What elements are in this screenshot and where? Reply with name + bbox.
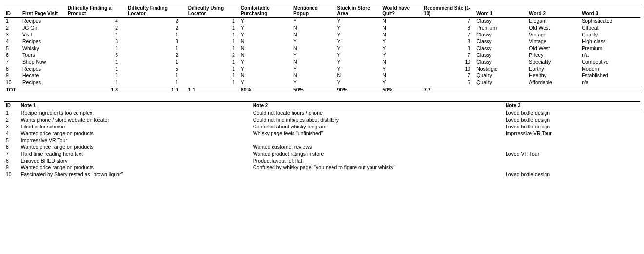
cell-word2: Speciality <box>527 58 580 65</box>
cell-word1: Classy <box>474 18 527 25</box>
cell-comfortable: N <box>239 52 292 58</box>
notes-cell-note2: Wanted customer reviews <box>251 144 504 150</box>
cell-word1: Classy <box>474 52 527 58</box>
total-word3 <box>580 86 640 93</box>
cell-word1: Classy <box>474 31 527 38</box>
cell-recommend: 7 <box>422 52 474 58</box>
cell-diff-prod: 1 <box>66 79 126 86</box>
notes-cell-id: 2 <box>4 116 19 123</box>
col-header-word1: Word 1 <box>474 4 527 18</box>
cell-fpv: Shop Now <box>20 58 66 65</box>
notes-table-row: 2 Wants phone / store website on locator… <box>4 116 640 123</box>
notes-cell-note2: Wanted product ratings in store <box>251 150 504 157</box>
cell-mentioned: Y <box>292 79 335 86</box>
col-header-recommend: Recommend Site (1-10) <box>422 4 474 18</box>
notes-cell-note2: Confused about whisky program <box>251 123 504 130</box>
cell-word1: Nostalgic <box>474 65 527 72</box>
notes-cell-note3 <box>504 144 640 150</box>
cell-stuck: Y <box>335 24 380 31</box>
cell-word1: Classy <box>474 58 527 65</box>
notes-col-header-note3: Note 3 <box>504 102 640 109</box>
notes-cell-id: 6 <box>4 144 19 150</box>
notes-cell-id: 7 <box>4 150 19 157</box>
cell-recommend: 7 <box>422 72 474 79</box>
notes-cell-note2: Product layout felt flat <box>251 157 504 164</box>
cell-mentioned: Y <box>292 38 335 45</box>
cell-recommend: 8 <box>422 24 474 31</box>
cell-word2: Vintage <box>527 31 580 38</box>
notes-cell-id: 1 <box>4 109 19 117</box>
cell-diff-loc: 3 <box>126 38 186 45</box>
cell-quit: Y <box>380 65 422 72</box>
total-word2 <box>527 86 580 93</box>
notes-table-row: 6 Wanted price range on products Wanted … <box>4 144 640 150</box>
cell-recommend: 7 <box>422 31 474 38</box>
cell-mentioned: N <box>292 24 335 31</box>
cell-id: 7 <box>4 58 20 65</box>
notes-cell-note3 <box>504 157 640 164</box>
total-row: TOT 1.8 1.9 1.1 60% 50% 90% 50% 7.7 <box>4 86 640 93</box>
cell-id: 9 <box>4 72 20 79</box>
cell-word1: Premium <box>474 24 527 31</box>
cell-word3: Modern <box>580 65 640 72</box>
cell-comfortable: Y <box>239 31 292 38</box>
cell-word3: Sophisticated <box>580 18 640 25</box>
col-header-stuck: Stuck in Store Area <box>335 4 380 18</box>
table-row: 3 Visit 1 1 1 Y N Y N 7 Classy Vintage Q… <box>4 31 640 38</box>
cell-diff-using: 1 <box>186 72 239 79</box>
cell-recommend: 5 <box>422 79 474 86</box>
cell-word1: Quality <box>474 79 527 86</box>
notes-data-table: ID Note 1 Note 2 Note 3 1 Recipe ingredi… <box>4 101 640 178</box>
cell-fpv: Recipes <box>20 18 66 25</box>
cell-mentioned: Y <box>292 18 335 25</box>
cell-diff-using: 1 <box>186 18 239 25</box>
cell-diff-prod: 1 <box>66 72 126 79</box>
col-header-id: ID <box>4 4 20 18</box>
cell-comfortable: Y <box>239 79 292 86</box>
cell-quit: N <box>380 72 422 79</box>
notes-table-row: 5 Imprressive VR Tour <box>4 137 640 144</box>
cell-stuck: N <box>335 72 380 79</box>
cell-fpv: Visit <box>20 31 66 38</box>
cell-recommend: 7 <box>422 18 474 25</box>
cell-word1: Classy <box>474 38 527 45</box>
table-row: 4 Recipes 3 3 1 N Y Y Y 8 Classy Vintage… <box>4 38 640 45</box>
col-header-quit: Would have Quit? <box>380 4 422 18</box>
cell-comfortable: N <box>239 45 292 52</box>
notes-cell-note3: Loved VR Tour <box>504 150 640 157</box>
cell-diff-using: 1 <box>186 45 239 52</box>
notes-cell-id: 4 <box>4 130 19 137</box>
cell-fpv: JG Gin <box>20 24 66 31</box>
cell-quit: Y <box>380 38 422 45</box>
notes-cell-id: 9 <box>4 164 19 171</box>
notes-cell-note1: Hard time reading hero text <box>19 150 251 157</box>
col-header-fpv: First Page Visit <box>20 4 66 18</box>
cell-recommend: 8 <box>422 38 474 45</box>
cell-diff-prod: 1 <box>66 65 126 72</box>
cell-id: 5 <box>4 45 20 52</box>
cell-word3: n/a <box>580 79 640 86</box>
cell-diff-using: 1 <box>186 65 239 72</box>
cell-diff-loc: 1 <box>126 31 186 38</box>
cell-mentioned: Y <box>292 52 335 58</box>
cell-id: 1 <box>4 18 20 25</box>
notes-table-row: 4 Wanted price range on products Whisky … <box>4 130 640 137</box>
cell-recommend: 10 <box>422 58 474 65</box>
cell-diff-prod: 1 <box>66 45 126 52</box>
cell-quit: N <box>380 31 422 38</box>
cell-mentioned: N <box>292 31 335 38</box>
cell-diff-loc: 1 <box>126 72 186 79</box>
cell-word3: Established <box>580 72 640 79</box>
table-row: 10 Recipes 1 1 1 Y Y Y Y 5 Quality Affor… <box>4 79 640 86</box>
cell-diff-prod: 3 <box>66 38 126 45</box>
cell-mentioned: N <box>292 58 335 65</box>
notes-cell-note2: Could not find info/pics about distiller… <box>251 116 504 123</box>
notes-cell-note2 <box>251 137 504 144</box>
cell-comfortable: Y <box>239 24 292 31</box>
table-row: 1 Recipes 4 2 1 Y Y Y N 7 Classy Elegant… <box>4 18 640 25</box>
notes-cell-note1: Wanted price range on products <box>19 164 251 171</box>
notes-cell-note3: Loved bottle design <box>504 116 640 123</box>
cell-quit: Y <box>380 52 422 58</box>
cell-fpv: Hecate <box>20 72 66 79</box>
notes-cell-note2 <box>251 171 504 178</box>
